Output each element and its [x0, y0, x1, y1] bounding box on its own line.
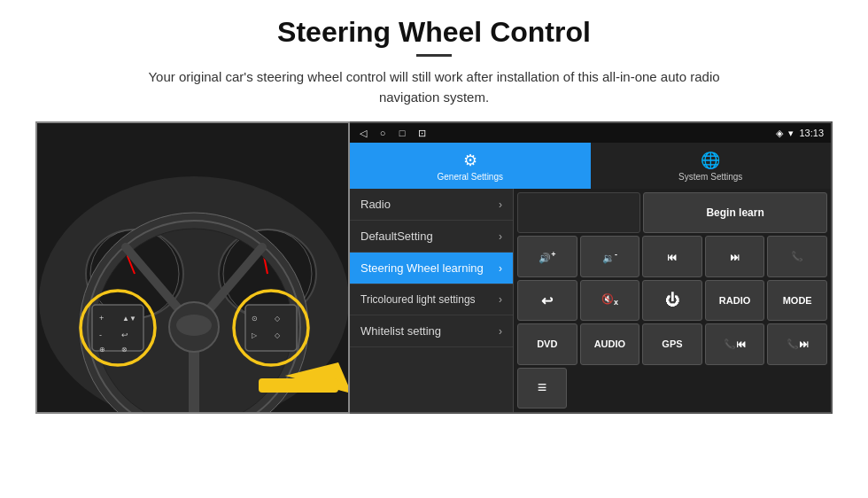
chevron-icon-steering: ›	[499, 262, 502, 275]
svg-rect-17	[92, 305, 143, 351]
wifi-icon: ▾	[788, 128, 794, 139]
menu-steering-label: Steering Wheel learning	[360, 261, 484, 275]
android-panel: ◁ ○ □ ⊡ ◈ ▾ 13:13 ⚙ General Settings	[350, 121, 833, 414]
chevron-icon-default: ›	[499, 230, 502, 243]
power-button[interactable]: ⏻	[642, 280, 702, 321]
gps-button[interactable]: GPS	[642, 323, 702, 364]
menu-item-tricoloured[interactable]: Tricoloured light settings ›	[350, 284, 513, 315]
menu-whitelist-label: Whitelist setting	[360, 324, 441, 338]
chevron-icon-tricoloured: ›	[499, 293, 502, 306]
control-row-3: DVD AUDIO GPS 📞⏮ 📞⏭	[517, 323, 827, 364]
hangup-button[interactable]: ↩	[517, 280, 577, 321]
tel-next-button[interactable]: 📞⏭	[767, 323, 827, 364]
phone-icon: 📞	[791, 251, 803, 262]
home-icon[interactable]: ○	[376, 127, 389, 139]
prev-track-button[interactable]: ⏮	[642, 236, 702, 276]
begin-learn-button[interactable]: Begin learn	[643, 192, 827, 233]
vol-down-button[interactable]: 🔉-	[580, 236, 640, 276]
time-display: 13:13	[799, 128, 824, 138]
back-icon[interactable]: ◁	[357, 127, 369, 139]
system-settings-icon: 🌐	[701, 151, 720, 170]
chevron-icon-radio: ›	[499, 198, 502, 211]
svg-text:◇: ◇	[275, 315, 281, 323]
svg-text:▲▼: ▲▼	[122, 315, 136, 323]
vol-down-icon: 🔉-	[602, 250, 617, 264]
svg-rect-31	[259, 378, 338, 393]
vol-up-button[interactable]: 🔊+	[517, 236, 577, 276]
svg-text:⊕: ⊕	[99, 346, 105, 354]
control-row-4: ≡	[517, 368, 827, 409]
page-wrapper: Steering Wheel Control Your original car…	[0, 0, 868, 498]
chevron-icon-whitelist: ›	[499, 325, 502, 338]
tab-general[interactable]: ⚙ General Settings	[350, 143, 591, 189]
menu-radio-label: Radio	[360, 198, 391, 211]
screenshot-icon[interactable]: ⊡	[415, 127, 428, 139]
status-bar: ◁ ○ □ ⊡ ◈ ▾ 13:13	[350, 123, 831, 143]
svg-text:-: -	[99, 331, 102, 339]
svg-text:▷: ▷	[252, 331, 258, 339]
hangup-icon: ↩	[541, 292, 553, 309]
mode-button[interactable]: MODE	[767, 280, 827, 321]
next-track-button[interactable]: ⏭	[705, 236, 765, 276]
control-row-1: 🔊+ 🔉- ⏮ ⏭ 📞	[517, 236, 827, 276]
power-icon: ⏻	[665, 292, 679, 308]
menu-item-whitelist[interactable]: Whitelist setting ›	[350, 315, 513, 347]
phone-button[interactable]: 📞	[767, 236, 827, 276]
svg-text:⊗: ⊗	[121, 346, 128, 354]
prev-track-icon: ⏮	[667, 252, 677, 262]
tab-general-label: General Settings	[438, 172, 504, 182]
audio-button[interactable]: AUDIO	[580, 323, 640, 364]
radio-button[interactable]: RADIO	[705, 280, 765, 321]
list-icon-button[interactable]: ≡	[517, 368, 567, 409]
control-row-2: ↩ 🔇x ⏻ RADIO MODE	[517, 280, 827, 321]
vol-up-icon: 🔊+	[539, 250, 555, 264]
page-subtitle: Your original car's steering wheel contr…	[133, 67, 735, 107]
title-divider	[416, 54, 452, 57]
menu-item-steering[interactable]: Steering Wheel learning ›	[350, 253, 513, 284]
svg-text:↩: ↩	[121, 331, 128, 339]
dvd-button[interactable]: DVD	[517, 323, 577, 364]
left-menu: Radio › DefaultSetting › Steering Wheel …	[350, 189, 514, 412]
mute-icon: 🔇x	[601, 293, 618, 307]
tel-prev-icon: 📞⏮	[724, 338, 746, 350]
menu-item-default[interactable]: DefaultSetting ›	[350, 221, 513, 253]
svg-text:◇: ◇	[275, 331, 281, 339]
menu-tricoloured-label: Tricoloured light settings	[360, 293, 476, 306]
general-settings-icon: ⚙	[463, 151, 477, 170]
steering-wheel-image: + ▲▼ - ↩ ⊕ ⊗ ⊙ ◇ ▷ ◇	[35, 121, 350, 414]
status-bar-right: ◈ ▾ 13:13	[776, 128, 824, 139]
svg-point-16	[176, 315, 212, 336]
control-row-0: Begin learn	[517, 192, 827, 233]
svg-text:⊙: ⊙	[252, 315, 258, 323]
menu-item-radio[interactable]: Radio ›	[350, 189, 513, 221]
page-title: Steering Wheel Control	[277, 16, 591, 49]
location-icon: ◈	[776, 128, 783, 139]
empty-slot	[517, 192, 640, 233]
recents-icon[interactable]: □	[396, 127, 408, 139]
control-panel: Begin learn 🔊+ 🔉- ⏮	[514, 189, 831, 412]
svg-rect-24	[245, 305, 297, 351]
tab-system-label: System Settings	[678, 172, 742, 182]
menu-default-label: DefaultSetting	[360, 230, 433, 243]
main-area: Radio › DefaultSetting › Steering Wheel …	[350, 189, 831, 412]
mute-button[interactable]: 🔇x	[580, 280, 640, 321]
svg-text:+: +	[99, 314, 104, 323]
next-track-icon: ⏭	[730, 252, 740, 262]
tel-next-icon: 📞⏭	[787, 338, 809, 350]
tab-system[interactable]: 🌐 System Settings	[591, 143, 832, 189]
status-bar-left: ◁ ○ □ ⊡	[357, 127, 428, 139]
list-icon: ≡	[538, 378, 547, 397]
tab-bar: ⚙ General Settings 🌐 System Settings	[350, 143, 831, 189]
content-row: + ▲▼ - ↩ ⊕ ⊗ ⊙ ◇ ▷ ◇	[35, 121, 833, 414]
tel-prev-button[interactable]: 📞⏮	[705, 323, 765, 364]
